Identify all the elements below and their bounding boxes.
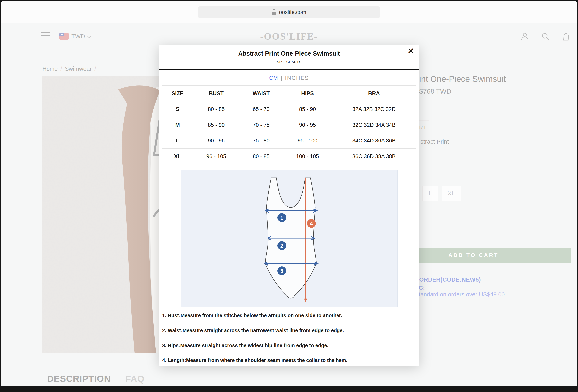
cell-size: M: [162, 117, 193, 133]
measuring-instructions: 1. Bust:Measure from the stitches below …: [162, 313, 416, 363]
close-icon[interactable]: ✕: [408, 47, 414, 55]
screenshot-frame: ooslife.com TWD -OOS'LIFE- Home/Swimwear…: [0, 0, 578, 392]
instruction-bust: 1. Bust:Measure from the stitches below …: [162, 313, 416, 318]
modal-title: Abstract Print One-Piece Swimsuit: [159, 50, 419, 57]
instruction-hips: 3. Hips:Measure straight across the wide…: [162, 343, 416, 348]
instruction-waist: 2. Waist:Measure straight across the nar…: [162, 328, 416, 333]
modal-header: Abstract Print One-Piece Swimsuit SIZE C…: [159, 45, 419, 70]
page: TWD -OOS'LIFE- Home/Swimwear/: [1, 23, 577, 386]
instruction-length: 4. Length:Measure from where the shoulde…: [162, 357, 416, 363]
cell-size: XL: [162, 149, 193, 164]
cell-bust: 90 - 96: [193, 133, 240, 149]
cell-hips: 90 - 95: [283, 117, 332, 133]
col-size: SIZE: [162, 86, 193, 101]
table-row: M 85 - 90 70 - 75 90 - 95 32C 32D 34A 34…: [162, 117, 416, 133]
unit-cm[interactable]: CM: [269, 75, 278, 81]
cell-waist: 80 - 85: [240, 149, 283, 164]
cell-waist: 75 - 80: [240, 133, 283, 149]
size-table-header-row: SIZE BUST WAIST HIPS BRA: [162, 86, 416, 101]
col-waist: WAIST: [240, 86, 283, 101]
cell-hips: 100 - 105: [283, 149, 332, 164]
marker-3: 3: [280, 268, 283, 274]
cell-bra: 32A 32B 32C 32D: [332, 101, 416, 117]
cell-bust: 80 - 85: [193, 101, 240, 117]
size-table: SIZE BUST WAIST HIPS BRA S 80 - 85 65 - …: [162, 85, 416, 164]
modal-subtitle: SIZE CHARTS: [159, 60, 419, 64]
url-text: ooslife.com: [279, 9, 306, 15]
cell-bust: 85 - 90: [193, 117, 240, 133]
browser-window: ooslife.com TWD -OOS'LIFE- Home/Swimwear…: [1, 1, 577, 386]
cell-size: S: [162, 101, 193, 117]
table-row: S 80 - 85 65 - 70 85 - 90 32A 32B 32C 32…: [162, 101, 416, 117]
unit-toggle: CM|INCHES: [159, 75, 419, 81]
browser-chrome: ooslife.com: [1, 1, 577, 23]
col-hips: HIPS: [283, 86, 332, 101]
url-bar[interactable]: ooslife.com: [198, 6, 380, 18]
cell-hips: 95 - 100: [283, 133, 332, 149]
cell-hips: 85 - 90: [283, 101, 332, 117]
cell-size: L: [162, 133, 193, 149]
col-bust: BUST: [193, 86, 240, 101]
cell-bra: 32C 32D 34A 34B: [332, 117, 416, 133]
table-row: XL 96 - 105 80 - 85 100 - 105 36C 36D 38…: [162, 149, 416, 164]
size-chart-modal: Abstract Print One-Piece Swimsuit SIZE C…: [159, 45, 419, 366]
unit-inches[interactable]: INCHES: [285, 75, 309, 81]
col-bra: BRA: [332, 86, 416, 101]
unit-separator: |: [281, 75, 282, 81]
cell-bust: 96 - 105: [193, 149, 240, 164]
marker-4: 4: [310, 221, 313, 227]
marker-2: 2: [280, 243, 283, 249]
cell-bra: 34C 34D 36A 36B: [332, 133, 416, 149]
lock-icon: [272, 9, 276, 15]
table-row: L 90 - 96 75 - 80 95 - 100 34C 34D 36A 3…: [162, 133, 416, 149]
cell-waist: 70 - 75: [240, 117, 283, 133]
cell-waist: 65 - 70: [240, 101, 283, 117]
cell-bra: 36C 36D 38A 38B: [332, 149, 416, 164]
measurement-diagram: 1 2 3 4: [181, 170, 398, 307]
marker-1: 1: [280, 215, 283, 221]
